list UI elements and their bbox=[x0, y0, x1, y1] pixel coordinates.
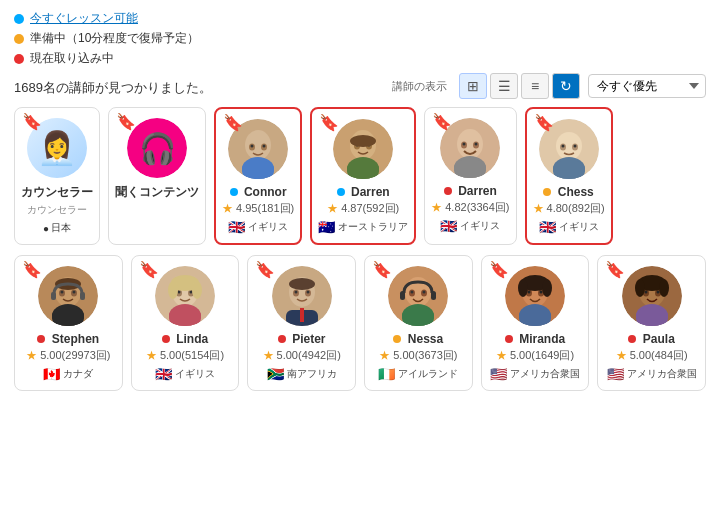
svg-rect-63 bbox=[300, 308, 304, 322]
svg-point-60 bbox=[306, 291, 309, 294]
sort-controls: 講師の表示 ⊞ ☰ ≡ ↻ 今すぐ優先 評価順 レッスン回数順 bbox=[392, 73, 706, 99]
svg-rect-16 bbox=[347, 161, 379, 179]
card-nessa[interactable]: 🔖 Nessa ★ 5.00(367 bbox=[364, 255, 473, 391]
stephen-country: 🇨🇦 カナダ bbox=[21, 366, 116, 382]
preparing-label: 準備中（10分程度で復帰予定） bbox=[30, 30, 199, 47]
miranda-country: 🇺🇸 アメリカ合衆国 bbox=[488, 366, 583, 382]
darren1-status-dot bbox=[337, 188, 345, 196]
miranda-country-label: アメリカ合衆国 bbox=[510, 367, 580, 381]
bookmark-icon-linda: 🔖 bbox=[139, 262, 153, 280]
linda-name: Linda bbox=[138, 332, 233, 346]
svg-rect-32 bbox=[553, 161, 585, 179]
linda-status-dot bbox=[162, 335, 170, 343]
pieter-name: Pieter bbox=[254, 332, 349, 346]
bookmark-icon-chess: 🔖 bbox=[534, 115, 548, 133]
preparing-dot bbox=[14, 34, 24, 44]
svg-rect-71 bbox=[431, 291, 436, 300]
paula-status-dot bbox=[628, 335, 636, 343]
star-icon: ★ bbox=[379, 349, 390, 361]
connor-country-label: イギリス bbox=[248, 220, 288, 234]
nessa-avatar bbox=[388, 266, 448, 326]
svg-point-89 bbox=[644, 291, 647, 294]
darren2-country: 🇬🇧 イギリス bbox=[431, 218, 509, 234]
miranda-rating: ★ 5.00(1649回) bbox=[488, 348, 583, 363]
chess-country-label: イギリス bbox=[559, 220, 599, 234]
toolbar: 1689名の講師が見つかりました。 講師の表示 ⊞ ☰ ≡ ↻ 今すぐ優先 評価… bbox=[14, 73, 706, 99]
chess-status-dot bbox=[543, 188, 551, 196]
pieter-country: 🇿🇦 南アフリカ bbox=[254, 366, 349, 382]
busy-dot bbox=[14, 54, 24, 64]
card-pieter[interactable]: 🔖 Pieter ★ 5.00(4942回) bbox=[247, 255, 356, 391]
chess-flag-icon: 🇬🇧 bbox=[539, 219, 556, 235]
nessa-country: 🇮🇪 アイルランド bbox=[371, 366, 466, 382]
card-darren1[interactable]: 🔖 Darren ★ 4.87(592回) 🇦🇺 bbox=[310, 107, 416, 245]
star-icon: ★ bbox=[327, 202, 338, 214]
svg-rect-54 bbox=[169, 308, 201, 326]
legend-preparing: 準備中（10分程度で復帰予定） bbox=[14, 30, 706, 47]
bottom-cards-grid: 🔖 Stephen ★ bbox=[14, 255, 706, 391]
card-darren2[interactable]: 🔖 Darren ★ 4.82(3364回) 🇬🇧 イギリス bbox=[424, 107, 516, 245]
legend-available: 今すぐレッスン可能 bbox=[14, 10, 706, 27]
ca-flag-icon: 🇨🇦 bbox=[43, 366, 60, 382]
top-cards-grid: 🔖 👩‍💼 カウンセラー カウンセラー ● 日本 🔖 🎧 聞くコンテンツ 🔖 bbox=[14, 107, 706, 245]
svg-point-26 bbox=[556, 132, 582, 160]
card-linda[interactable]: 🔖 Linda ★ 5.00(515 bbox=[131, 255, 240, 391]
stephen-name: Stephen bbox=[21, 332, 116, 346]
card-chess[interactable]: 🔖 Chess ★ 4.80(892回) bbox=[525, 107, 613, 245]
svg-point-21 bbox=[463, 143, 466, 146]
star-icon: ★ bbox=[26, 349, 37, 361]
card-counselor[interactable]: 🔖 👩‍💼 カウンセラー カウンセラー ● 日本 bbox=[14, 107, 100, 245]
svg-point-14 bbox=[350, 135, 376, 147]
stephen-avatar bbox=[38, 266, 98, 326]
star-icon: ★ bbox=[533, 202, 544, 214]
svg-rect-95 bbox=[636, 308, 668, 326]
counselor-name: カウンセラー bbox=[21, 184, 93, 201]
svg-point-90 bbox=[656, 291, 659, 294]
paula-country-label: アメリカ合衆国 bbox=[627, 367, 697, 381]
svg-rect-41 bbox=[52, 308, 84, 326]
za-flag-icon: 🇿🇦 bbox=[267, 366, 284, 382]
darren2-rating: ★ 4.82(3364回) bbox=[431, 200, 509, 215]
result-count: 1689名の講師が見つかりました。 bbox=[14, 79, 212, 97]
refresh-button[interactable]: ↻ bbox=[552, 73, 580, 99]
svg-point-79 bbox=[539, 291, 542, 294]
darren1-name: Darren bbox=[318, 185, 408, 199]
compact-view-button[interactable]: ≡ bbox=[521, 73, 549, 99]
card-paula[interactable]: 🔖 Paula ★ 5.00(484 bbox=[597, 255, 706, 391]
available-label[interactable]: 今すぐレッスン可能 bbox=[30, 10, 138, 27]
linda-avatar bbox=[155, 266, 215, 326]
card-stephen[interactable]: 🔖 Stephen ★ bbox=[14, 255, 123, 391]
star-icon: ★ bbox=[616, 349, 627, 361]
svg-point-59 bbox=[294, 291, 297, 294]
ie-flag-icon: 🇮🇪 bbox=[378, 366, 395, 382]
audio-name: 聞くコンテンツ bbox=[115, 184, 199, 201]
available-dot bbox=[14, 14, 24, 24]
list-view-button[interactable]: ☰ bbox=[490, 73, 518, 99]
star-icon: ★ bbox=[146, 349, 157, 361]
star-icon: ★ bbox=[222, 202, 233, 214]
bookmark-icon-nessa: 🔖 bbox=[372, 262, 386, 280]
miranda-status-dot bbox=[505, 335, 513, 343]
paula-rating: ★ 5.00(484回) bbox=[604, 348, 699, 363]
card-miranda[interactable]: 🔖 Miranda ★ 5.00(1 bbox=[481, 255, 590, 391]
stephen-rating: ★ 5.00(29973回) bbox=[21, 348, 116, 363]
svg-rect-73 bbox=[402, 308, 434, 326]
svg-point-51 bbox=[168, 281, 178, 299]
grid-view-button[interactable]: ⊞ bbox=[459, 73, 487, 99]
pieter-rating: ★ 5.00(4942回) bbox=[254, 348, 349, 363]
instructor-label: 講師の表示 bbox=[392, 79, 447, 94]
card-audio-content[interactable]: 🔖 🎧 聞くコンテンツ bbox=[108, 107, 206, 245]
gb2-flag-icon: 🇬🇧 bbox=[155, 366, 172, 382]
paula-avatar bbox=[622, 266, 682, 326]
bookmark-icon-miranda: 🔖 bbox=[489, 262, 503, 280]
linda-rating: ★ 5.00(5154回) bbox=[138, 348, 233, 363]
sort-select[interactable]: 今すぐ優先 評価順 レッスン回数順 bbox=[588, 74, 706, 98]
bookmark-icon-darren2: 🔖 bbox=[432, 114, 446, 132]
stephen-status-dot bbox=[37, 335, 45, 343]
card-connor[interactable]: 🔖 Connor ★ 4.95(181回) 🇬🇧 イギリス bbox=[214, 107, 302, 245]
uk-flag-icon: 🇬🇧 bbox=[228, 219, 245, 235]
bookmark-icon-stephen: 🔖 bbox=[22, 262, 36, 280]
svg-point-5 bbox=[263, 145, 266, 148]
us-flag-icon: 🇺🇸 bbox=[490, 366, 507, 382]
svg-point-81 bbox=[518, 279, 528, 297]
